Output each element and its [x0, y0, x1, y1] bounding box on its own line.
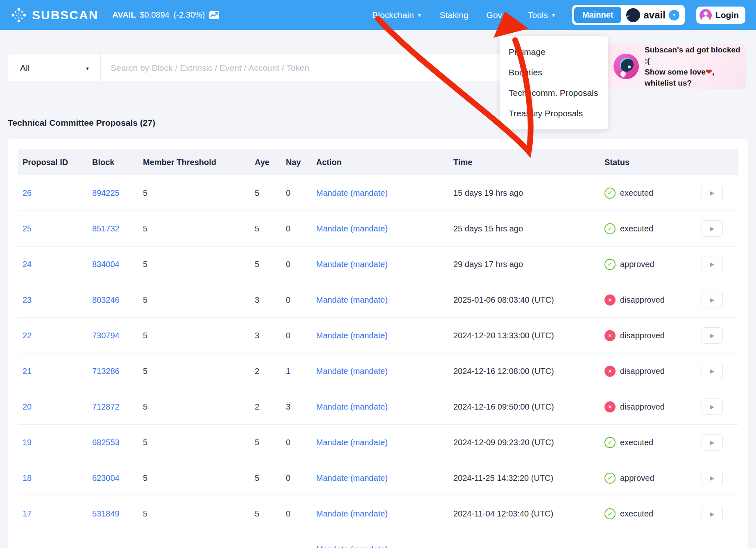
action-link[interactable]: Mandate (mandate): [316, 188, 388, 197]
status-label: executed: [620, 188, 653, 198]
table-row: 18 623004 5 5 0 Mandate (mandate) 2024-1…: [18, 460, 738, 496]
action-link[interactable]: Mandate (mandate): [316, 260, 388, 269]
row-expand-button[interactable]: ▶: [702, 256, 723, 272]
proposal-id-link[interactable]: 26: [23, 188, 32, 197]
row-expand-button[interactable]: ▶: [702, 185, 723, 201]
member-threshold-value: 5: [138, 295, 250, 305]
table-row: 25 851732 5 5 0 Mandate (mandate) 25 day…: [18, 211, 738, 247]
mainnet-button[interactable]: Mainnet: [574, 7, 622, 23]
proposal-id-link[interactable]: 25: [23, 224, 32, 233]
menu-item-treasury-proposals[interactable]: Treasury Proposals: [500, 103, 608, 124]
network-name: avail: [643, 9, 665, 21]
proposal-id-link[interactable]: 23: [23, 295, 32, 304]
nav-tools-label: Tools: [528, 10, 548, 20]
action-link[interactable]: Mandate (mandate): [316, 438, 388, 447]
subscan-logo[interactable]: SUBSCAN: [11, 7, 98, 23]
search-filter-select[interactable]: All ▼: [8, 63, 100, 73]
block-link[interactable]: 851732: [92, 224, 120, 233]
status-icon: ✓: [604, 508, 616, 519]
member-threshold-value: 5: [138, 224, 250, 233]
status-icon: ✓: [604, 188, 616, 199]
nay-value: 0: [281, 188, 311, 198]
member-threshold-value: 5: [138, 331, 250, 340]
row-expand-button[interactable]: ▶: [702, 470, 723, 486]
member-threshold-value: 5: [138, 260, 250, 269]
block-link[interactable]: 623004: [92, 473, 120, 482]
nav-gov-label: Gov: [487, 10, 502, 20]
action-link[interactable]: Mandate (mandate): [316, 295, 388, 304]
time-value: 29 days 17 hrs ago: [448, 260, 600, 269]
proposals-card: Proposal ID Block Member Threshold Aye N…: [8, 139, 748, 548]
token-symbol: AVAIL: [112, 10, 136, 20]
time-value: 2024-12-16 12:08:00 (UTC): [448, 367, 600, 376]
action-link[interactable]: Mandate (mandate): [316, 473, 388, 482]
price-chart-icon[interactable]: [209, 10, 220, 20]
nav-tools[interactable]: Tools ▼: [528, 10, 556, 20]
nav-gov[interactable]: Gov ▼: [487, 10, 510, 20]
row-expand-button[interactable]: ▶: [702, 399, 723, 415]
table-row: 24 834004 5 5 0 Mandate (mandate) 29 day…: [18, 247, 738, 282]
action-link[interactable]: Mandate (mandate): [316, 545, 388, 548]
time-value: 2025-01-06 08:03:40 (UTC): [448, 295, 600, 305]
status-label: executed: [620, 438, 653, 447]
block-link[interactable]: 894225: [92, 188, 120, 197]
block-link[interactable]: 713286: [92, 367, 120, 376]
action-link[interactable]: Mandate (mandate): [316, 367, 388, 376]
member-threshold-value: 5: [138, 509, 250, 519]
menu-item-tech-comm-proposals[interactable]: Tech. comm. Proposals: [500, 83, 608, 103]
proposal-id-link[interactable]: 17: [23, 509, 32, 518]
table-row-partial: Mandate (mandate): [18, 532, 738, 548]
nav-blockchain[interactable]: Blockchain ▼: [372, 10, 421, 20]
member-threshold-value: 5: [138, 438, 250, 447]
action-link[interactable]: Mandate (mandate): [316, 224, 388, 233]
member-threshold-value: 5: [138, 402, 250, 412]
status-label: disapproved: [620, 331, 665, 340]
row-expand-button[interactable]: ▶: [702, 506, 723, 522]
nay-value: 3: [281, 402, 311, 412]
proposal-id-link[interactable]: 21: [23, 367, 32, 376]
nay-value: 0: [281, 331, 311, 340]
row-expand-button[interactable]: ▶: [702, 363, 723, 379]
block-link[interactable]: 803246: [92, 295, 120, 304]
time-value: 2024-12-09 09:23:20 (UTC): [448, 438, 600, 447]
time-value: 2024-12-16 09:50:00 (UTC): [448, 402, 600, 412]
table-row: 20 712872 5 2 3 Mandate (mandate) 2024-1…: [18, 389, 738, 425]
block-link[interactable]: 531849: [92, 509, 120, 518]
row-expand-button[interactable]: ▶: [702, 327, 723, 344]
ad-notice-text: Subscan's ad got blocked :( Show some lo…: [645, 44, 740, 88]
table-header-row: Proposal ID Block Member Threshold Aye N…: [18, 149, 738, 175]
nay-value: 1: [281, 367, 311, 376]
proposal-id-link[interactable]: 19: [23, 438, 32, 447]
status-icon: ✕: [604, 330, 616, 341]
block-link[interactable]: 712872: [92, 402, 120, 411]
action-link[interactable]: Mandate (mandate): [316, 509, 388, 518]
page-title: Technical Committee Proposals (27): [8, 118, 155, 128]
action-link[interactable]: Mandate (mandate): [316, 402, 388, 411]
crying-camera-icon: [613, 54, 639, 79]
menu-item-bounties[interactable]: Bounties: [500, 62, 608, 83]
gov-dropdown-menu: Preimage Bounties Tech. comm. Proposals …: [500, 36, 608, 129]
aye-value: 5: [250, 473, 281, 483]
login-button[interactable]: Login: [696, 7, 745, 24]
row-expand-button[interactable]: ▶: [702, 434, 723, 451]
status-badge: ✕ disapproved: [604, 401, 697, 412]
ad-blocked-notice[interactable]: Subscan's ad got blocked :( Show some lo…: [608, 44, 746, 89]
row-expand-button[interactable]: ▶: [702, 292, 723, 308]
menu-item-preimage[interactable]: Preimage: [500, 42, 608, 62]
proposal-id-link[interactable]: 24: [23, 260, 32, 269]
network-select[interactable]: avail ▼: [626, 8, 682, 22]
proposal-id-link[interactable]: 18: [23, 473, 32, 482]
block-link[interactable]: 682553: [92, 438, 120, 447]
chevron-down-icon: ▼: [417, 13, 422, 18]
action-link[interactable]: Mandate (mandate): [316, 331, 388, 340]
proposal-id-link[interactable]: 22: [23, 331, 32, 340]
status-label: disapproved: [620, 402, 665, 412]
row-expand-button[interactable]: ▶: [702, 220, 723, 237]
table-row: 19 682553 5 5 0 Mandate (mandate) 2024-1…: [18, 425, 738, 460]
block-link[interactable]: 834004: [92, 260, 120, 269]
status-badge: ✓ executed: [604, 223, 697, 234]
table-row: 26 894225 5 5 0 Mandate (mandate) 15 day…: [18, 175, 738, 211]
block-link[interactable]: 730794: [92, 331, 120, 340]
nav-staking[interactable]: Staking: [440, 10, 469, 20]
proposal-id-link[interactable]: 20: [23, 402, 32, 411]
